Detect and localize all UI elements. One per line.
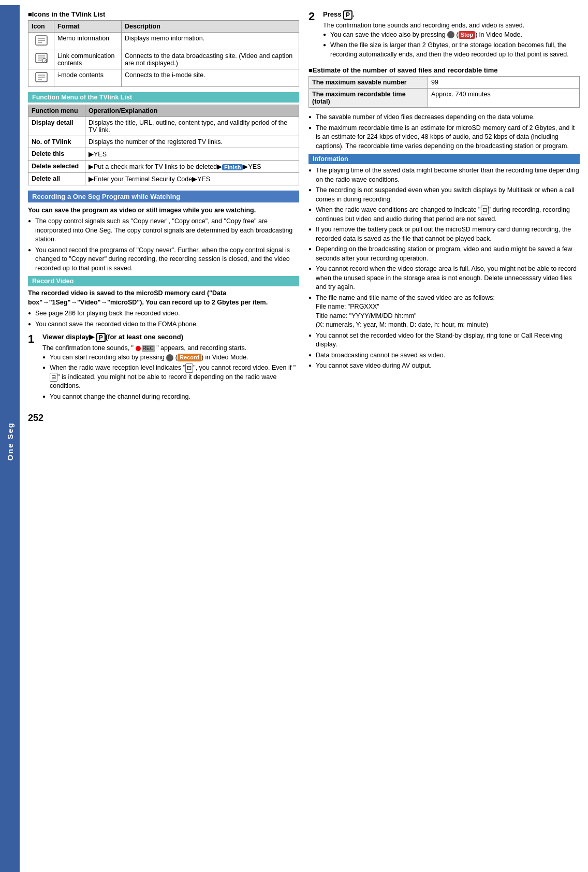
right-column: 2 Press P. The confirmation tone sounds … bbox=[308, 10, 580, 424]
icons-table: Icon Format Description bbox=[28, 20, 299, 87]
p-button-icon: P bbox=[96, 333, 106, 342]
op-display-detail: Displays the title, URL, outline, conten… bbox=[85, 117, 299, 136]
table-row: Delete all ▶Enter your Terminal Security… bbox=[28, 173, 299, 185]
format-imode: i-mode contents bbox=[54, 69, 122, 87]
format-link: Link communication contents bbox=[54, 50, 122, 69]
antenna-icon-2: ⊟ bbox=[50, 373, 57, 382]
list-item: The recording is not suspended even when… bbox=[308, 186, 580, 204]
circle-btn-icon bbox=[166, 354, 173, 361]
information-section: Information The playing time of the save… bbox=[308, 154, 580, 371]
table-row: i-mode contents Connects to the i-mode s… bbox=[28, 69, 299, 87]
record-button-label: Record bbox=[178, 354, 201, 361]
menu-delete-this: Delete this bbox=[28, 148, 85, 161]
estimate-bullets: The savable number of video files decrea… bbox=[308, 113, 580, 151]
step-2-bullets: You can save the video also by pressing … bbox=[323, 31, 580, 60]
record-video-subsection: Record Video The recorded video is saved… bbox=[28, 276, 299, 329]
desc-memo: Displays memo information. bbox=[122, 33, 299, 50]
desc-link: Connects to the data broadcasting site. … bbox=[122, 50, 299, 69]
link-icon: ↗ bbox=[34, 52, 49, 64]
list-item: The savable number of video files decrea… bbox=[308, 113, 580, 122]
list-item: You cannot save the recorded video to th… bbox=[28, 320, 299, 329]
list-item: When the radio wave conditions are chang… bbox=[308, 206, 580, 224]
stop-button-label: Stop bbox=[459, 31, 475, 39]
estimate-value-1: 99 bbox=[428, 77, 580, 89]
function-menu-section: Function Menu of the TVlink List Functio… bbox=[28, 92, 299, 185]
step-2-content: Press P. The confirmation tone sounds an… bbox=[323, 10, 580, 62]
estimate-label-1: The maximum savable number bbox=[309, 77, 428, 89]
col-description: Description bbox=[122, 21, 299, 33]
table-row: The maximum savable number 99 bbox=[309, 77, 580, 89]
step-2: 2 Press P. The confirmation tone sounds … bbox=[308, 10, 580, 62]
col-function-menu: Function menu bbox=[28, 105, 85, 117]
recording-header: Recording a One Seg Program while Watchi… bbox=[28, 191, 299, 202]
table-row: The maximum recordable time (total) Appr… bbox=[309, 89, 580, 108]
list-item: The file name and title name of the save… bbox=[308, 294, 580, 330]
record-video-intro: The recorded video is saved to the micro… bbox=[28, 288, 299, 307]
op-no-tvlink: Displays the number of the registered TV… bbox=[85, 136, 299, 148]
menu-no-tvlink: No. of TVlink bbox=[28, 136, 85, 148]
record-video-header: Record Video bbox=[28, 276, 299, 286]
list-item: When the file size is larger than 2 Gbyt… bbox=[323, 41, 580, 59]
list-item: You cannot save video during AV output. bbox=[308, 361, 580, 371]
menu-display-detail: Display detail bbox=[28, 117, 85, 136]
page-container: One Seg ■Icons in the TVlink List Icon F… bbox=[0, 5, 588, 872]
estimate-section: ■Estimate of the number of saved files a… bbox=[308, 66, 580, 151]
record-video-bullets: See page 286 for playing back the record… bbox=[28, 309, 299, 329]
page-number: 252 bbox=[28, 413, 299, 424]
recording-bullets: The copy control signals such as "Copy n… bbox=[28, 217, 299, 273]
op-delete-this: ▶YES bbox=[85, 148, 299, 161]
col-format: Format bbox=[54, 21, 122, 33]
table-row: No. of TVlink Displays the number of the… bbox=[28, 136, 299, 148]
icon-imode bbox=[28, 69, 54, 87]
list-item: If you remove the battery pack or pull o… bbox=[308, 225, 580, 243]
finish-button-icon: Finish bbox=[222, 164, 243, 170]
tab-label: One Seg bbox=[6, 422, 14, 461]
table-row: Display detail Displays the title, URL, … bbox=[28, 117, 299, 136]
main-content: ■Icons in the TVlink List Icon Format De… bbox=[20, 5, 588, 872]
step-2-desc: The confirmation tone sounds and recordi… bbox=[323, 21, 580, 31]
information-bullets: The playing time of the saved data might… bbox=[308, 166, 580, 371]
table-row: ↗ Link communication contents Connects t… bbox=[28, 50, 299, 69]
estimate-value-2: Approx. 740 minutes bbox=[428, 89, 580, 108]
list-item: When the radio wave reception level indi… bbox=[42, 364, 299, 391]
antenna-icon: ⊟ bbox=[185, 364, 193, 372]
icons-section-header: ■Icons in the TVlink List bbox=[28, 10, 299, 18]
list-item: The copy control signals such as "Copy n… bbox=[28, 217, 299, 244]
imode-icon bbox=[34, 71, 49, 83]
list-item: You cannot record the programs of "Copy … bbox=[28, 246, 299, 273]
step-1: 1 Viewer display▶ P(for at least one sec… bbox=[28, 333, 299, 404]
table-row: Memo information Displays memo informati… bbox=[28, 33, 299, 50]
list-item: You cannot record when the video storage… bbox=[308, 265, 580, 292]
left-column: ■Icons in the TVlink List Icon Format De… bbox=[28, 10, 299, 424]
icon-memo bbox=[28, 33, 54, 50]
antenna-icon-3: ⊟ bbox=[481, 206, 489, 214]
format-memo: Memo information bbox=[54, 33, 122, 50]
table-row: Delete this ▶YES bbox=[28, 148, 299, 161]
list-item: Depending on the broadcasting station or… bbox=[308, 245, 580, 263]
menu-delete-selected: Delete selected bbox=[28, 161, 85, 173]
op-delete-selected: ▶Put a check mark for TV links to be del… bbox=[85, 161, 299, 173]
estimate-header: ■Estimate of the number of saved files a… bbox=[308, 66, 580, 74]
estimate-label-2: The maximum recordable time (total) bbox=[309, 89, 428, 108]
icon-link: ↗ bbox=[28, 50, 54, 69]
section-tab: One Seg bbox=[0, 5, 20, 872]
step-1-title: Viewer display▶ P(for at least one secon… bbox=[42, 333, 299, 342]
list-item: You cannot change the channel during rec… bbox=[42, 393, 299, 402]
step-2-number: 2 bbox=[308, 10, 320, 62]
recording-intro-bold: You can save the program as video or sti… bbox=[28, 206, 299, 215]
step-1-desc: The confirmation tone sounds, " REC " ap… bbox=[42, 344, 299, 353]
list-item: You can start recording also by pressing… bbox=[42, 353, 299, 362]
circle-btn-icon-2 bbox=[447, 31, 454, 38]
p-button-icon-2: P bbox=[343, 10, 352, 20]
step-1-number: 1 bbox=[28, 333, 39, 404]
recording-section: Recording a One Seg Program while Watchi… bbox=[28, 191, 299, 404]
rec-dot-icon bbox=[136, 346, 141, 351]
list-item: Data broadcasting cannot be saved as vid… bbox=[308, 351, 580, 360]
list-item: You cannot set the recorded video for th… bbox=[308, 331, 580, 350]
icons-section: ■Icons in the TVlink List Icon Format De… bbox=[28, 10, 299, 87]
col-operation: Operation/Explanation bbox=[85, 105, 299, 117]
estimate-table: The maximum savable number 99 The maximu… bbox=[308, 76, 580, 108]
list-item: You can save the video also by pressing … bbox=[323, 31, 580, 40]
list-item: See page 286 for playing back the record… bbox=[28, 309, 299, 318]
information-header: Information bbox=[308, 154, 580, 164]
